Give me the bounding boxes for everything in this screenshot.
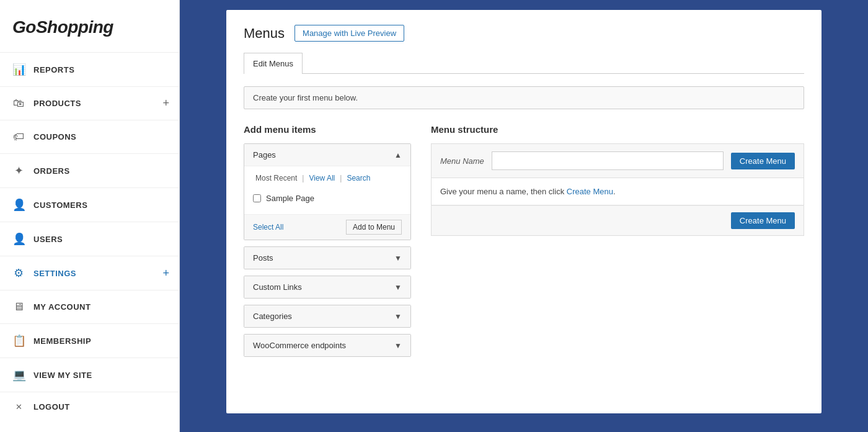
menu-name-row: Menu Name Create Menu	[431, 143, 804, 178]
menu-hint-text: Give your menu a name, then click	[440, 187, 567, 196]
products-icon: 🛍	[12, 97, 25, 110]
live-preview-button[interactable]: Manage with Live Preview	[294, 25, 404, 42]
page-item-sample: Sample Page	[253, 190, 402, 207]
page-title: Menus	[244, 25, 285, 42]
sidebar-label-view-my-site: VIEW MY SITE	[33, 371, 92, 380]
accordion-categories-header[interactable]: Categories ▼	[244, 305, 410, 327]
app-logo: GoShopping	[0, 0, 179, 52]
page-header: Menus Manage with Live Preview	[244, 25, 804, 42]
add-menu-items-title: Add menu items	[244, 124, 411, 135]
my-account-icon: 🖥	[12, 300, 25, 313]
settings-icon: ⚙	[12, 266, 25, 280]
sidebar-item-reports[interactable]: 📊 REPORTS	[0, 52, 179, 86]
accordion-posts-header[interactable]: Posts ▼	[244, 247, 410, 269]
sidebar-nav: 📊 REPORTS 🛍 PRODUCTS + 🏷 COUPONS ✦ ORDER…	[0, 52, 179, 432]
accordion-categories: Categories ▼	[244, 305, 411, 328]
menu-structure-panel: Menu structure Menu Name Create Menu Giv…	[431, 124, 804, 236]
main-area: Menus Manage with Live Preview Edit Menu…	[180, 0, 868, 432]
logout-icon: ✕	[12, 402, 25, 412]
pages-tab-most-recent[interactable]: Most Recent	[253, 174, 299, 182]
sidebar-item-orders[interactable]: ✦ ORDERS	[0, 153, 179, 187]
sidebar-label-logout: LOGOUT	[33, 402, 70, 412]
accordion-pages-chevron-icon: ▲	[394, 151, 402, 160]
sidebar-item-my-account[interactable]: 🖥 MY ACCOUNT	[0, 290, 179, 323]
accordion-pages: Pages ▲ Most Recent | View All | Search	[244, 143, 411, 240]
sidebar-label-customers: CUSTOMERS	[33, 200, 87, 210]
reports-icon: 📊	[12, 63, 25, 76]
accordion-posts-label: Posts	[253, 253, 273, 263]
accordion-categories-chevron-icon: ▼	[394, 312, 402, 321]
sidebar-item-products[interactable]: 🛍 PRODUCTS +	[0, 86, 179, 120]
sidebar-item-membership[interactable]: 📋 MEMBERSHIP	[0, 323, 179, 358]
select-all-link[interactable]: Select All	[253, 223, 283, 232]
sidebar-label-membership: MEMBERSHIP	[33, 336, 91, 346]
accordion-custom-links: Custom Links ▼	[244, 276, 411, 299]
sidebar-label-coupons: COUPONS	[33, 132, 76, 142]
accordion-pages-header[interactable]: Pages ▲	[244, 144, 410, 166]
coupons-icon: 🏷	[12, 130, 25, 143]
settings-plus-icon: +	[162, 267, 169, 280]
sidebar: GoShopping 📊 REPORTS 🛍 PRODUCTS + 🏷 COUP…	[0, 0, 180, 432]
sample-page-checkbox[interactable]	[253, 194, 261, 202]
view-site-icon: 💻	[12, 368, 25, 382]
sidebar-item-customers[interactable]: 👤 CUSTOMERS	[0, 187, 179, 222]
sidebar-item-view-my-site[interactable]: 💻 VIEW MY SITE	[0, 358, 179, 392]
sidebar-item-logout[interactable]: ✕ LOGOUT	[0, 392, 179, 421]
info-message: Create your first menu below.	[253, 93, 358, 102]
accordion-posts-chevron-icon: ▼	[394, 254, 402, 263]
accordion-woocommerce-label: WooCommerce endpoints	[253, 341, 346, 350]
pages-tab-search[interactable]: Search	[344, 174, 373, 182]
tab-edit-menus[interactable]: Edit Menus	[244, 53, 303, 74]
sample-page-label: Sample Page	[266, 194, 314, 203]
sidebar-label-products: PRODUCTS	[33, 99, 81, 108]
membership-icon: 📋	[12, 334, 25, 348]
create-menu-button-bottom[interactable]: Create Menu	[731, 212, 795, 229]
products-plus-icon: +	[162, 97, 169, 110]
add-menu-items-panel: Add menu items Pages ▲ Most Recent | Vie…	[244, 124, 411, 363]
accordion-pages-label: Pages	[253, 150, 276, 160]
sidebar-label-my-account: MY ACCOUNT	[33, 302, 91, 312]
tabs-bar: Edit Menus	[244, 53, 804, 74]
accordion-pages-content: Most Recent | View All | Search Sample P…	[244, 166, 410, 214]
menu-name-label: Menu Name	[440, 156, 484, 166]
accordion-custom-links-header[interactable]: Custom Links ▼	[244, 276, 410, 298]
sidebar-item-coupons[interactable]: 🏷 COUPONS	[0, 120, 179, 153]
accordion-woocommerce: WooCommerce endpoints ▼	[244, 334, 411, 357]
sidebar-label-users: USERS	[33, 235, 63, 244]
content-card: Menus Manage with Live Preview Edit Menu…	[226, 10, 822, 413]
two-column-layout: Add menu items Pages ▲ Most Recent | Vie…	[244, 124, 804, 363]
customers-icon: 👤	[12, 198, 25, 212]
accordion-posts: Posts ▼	[244, 246, 411, 269]
accordion-custom-links-chevron-icon: ▼	[394, 283, 402, 292]
pages-tabs: Most Recent | View All | Search	[253, 174, 402, 182]
menu-structure-title: Menu structure	[431, 124, 804, 135]
menu-structure-footer: Create Menu	[431, 205, 804, 236]
info-bar: Create your first menu below.	[244, 86, 804, 109]
users-icon: 👤	[12, 232, 25, 246]
accordion-woocommerce-chevron-icon: ▼	[394, 341, 402, 350]
sidebar-item-settings[interactable]: ⚙ SETTINGS +	[0, 256, 179, 290]
orders-icon: ✦	[12, 164, 25, 178]
accordion-categories-label: Categories	[253, 312, 292, 321]
sidebar-item-users[interactable]: 👤 USERS	[0, 222, 179, 256]
pages-tab-view-all[interactable]: View All	[306, 174, 337, 182]
sidebar-label-reports: REPORTS	[33, 65, 74, 74]
sidebar-label-orders: ORDERS	[33, 166, 70, 176]
create-menu-link[interactable]: Create Menu	[567, 187, 613, 196]
create-menu-button-top[interactable]: Create Menu	[731, 153, 795, 169]
accordion-woocommerce-header[interactable]: WooCommerce endpoints ▼	[244, 335, 410, 356]
sidebar-label-settings: SETTINGS	[33, 269, 76, 278]
menu-name-input[interactable]	[492, 151, 724, 170]
add-to-menu-button[interactable]: Add to Menu	[346, 220, 402, 235]
menu-hint: Give your menu a name, then click Create…	[431, 178, 804, 205]
accordion-pages-footer: Select All Add to Menu	[244, 214, 410, 240]
accordion-custom-links-label: Custom Links	[253, 282, 302, 292]
